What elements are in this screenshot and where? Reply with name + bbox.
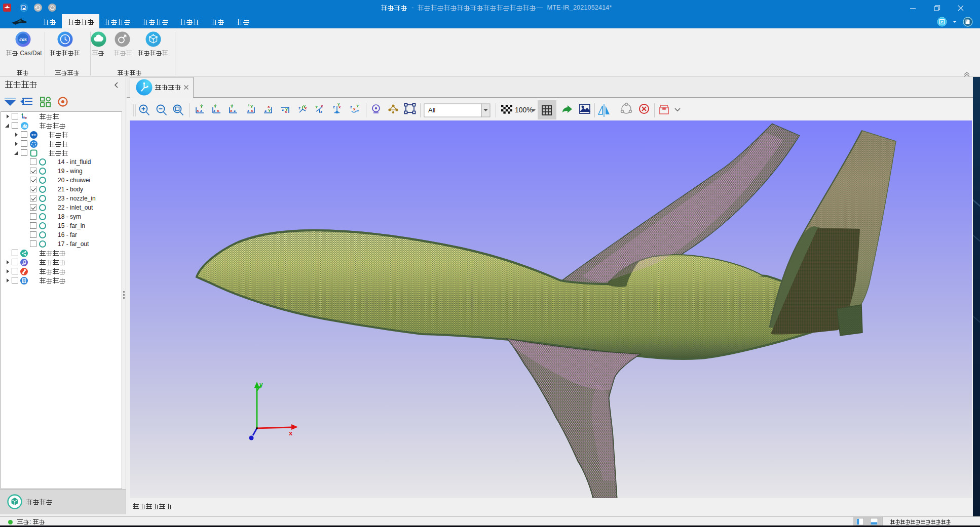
svg-text:z: z xyxy=(213,108,215,113)
svg-text:x: x xyxy=(321,104,323,108)
svg-text:x: x xyxy=(251,108,253,113)
svg-text:x: x xyxy=(230,108,233,113)
svg-text:All: All xyxy=(428,106,436,114)
svg-text:z: z xyxy=(350,105,352,109)
svg-text:cas: cas xyxy=(19,36,27,42)
svg-text:z: z xyxy=(247,108,249,113)
svg-text:Y: Y xyxy=(250,104,253,109)
svg-text:z: z xyxy=(333,105,335,109)
svg-text:Y: Y xyxy=(268,108,271,113)
svg-text:x: x xyxy=(289,429,293,437)
svg-text:y: y xyxy=(259,381,263,388)
svg-text:x: x xyxy=(305,106,307,110)
svg-text:z: z xyxy=(320,109,322,114)
svg-text:x: x xyxy=(197,108,199,113)
svg-text:x: x xyxy=(353,107,356,111)
svg-text:z: z xyxy=(282,107,284,112)
svg-text:z: z xyxy=(265,108,267,113)
svg-text:Y: Y xyxy=(315,105,318,109)
svg-text:z: z xyxy=(200,108,202,113)
svg-text:z: z xyxy=(234,108,236,113)
svg-text:x: x xyxy=(217,108,219,113)
svg-text:100%: 100% xyxy=(515,106,533,114)
svg-text:z: z xyxy=(298,106,300,110)
svg-text:Y: Y xyxy=(356,104,359,108)
svg-text:x: x xyxy=(23,115,25,118)
svg-text:x: x xyxy=(285,109,287,114)
svg-text:x: x xyxy=(268,104,270,109)
svg-text:Y: Y xyxy=(337,103,340,106)
